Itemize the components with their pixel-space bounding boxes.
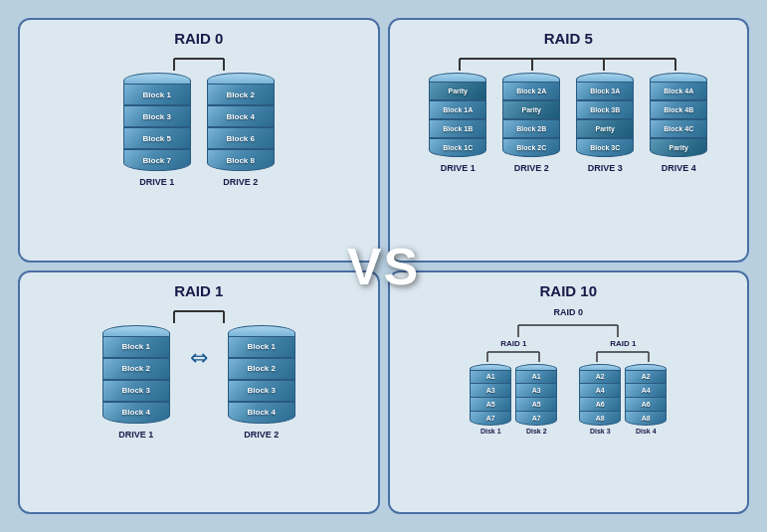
raid5-drive2: Block 2A Parity Block 2B Block 2C DRIVE … [502,73,560,173]
raid0-drive1-label: DRIVE 1 [139,177,174,187]
raid10-disk4-label: Disk 4 [636,428,657,435]
raid5-drive4-label: DRIVE 4 [662,163,696,173]
raid5-d4-b4b: Block 4B [650,100,707,119]
raid5-drive3-cyl: Block 3A Block 3B Parity Block 3C [576,73,634,157]
raid10-d2-b2: A3 [515,384,557,398]
raid5-drive4-cyl: Block 4A Block 4B Block 4C Parity [650,73,707,157]
raid5-drive3-label: DRIVE 3 [588,163,623,173]
raid10-title: RAID 10 [539,282,597,299]
raid5-d4-b4c: Block 4C [650,119,707,138]
raid1-arrows: ⇔ [186,345,212,371]
raid5-drive3: Block 3A Block 3B Parity Block 3C DRIVE … [576,73,634,173]
raid1-d1-b3: Block 3 [102,380,170,402]
raid10-g2-drives: A2 A4 A6 A8 Disk 3 A2 A4 A6 A8 Disk 4 [579,364,667,435]
raid10-d4-b3: A6 [625,398,667,412]
raid10-raid0-connector [469,317,668,339]
raid10-groups-row: RAID 1 A1 A3 A5 A7 Disk 1 [464,339,672,435]
raid10-group2: RAID 1 A2 A4 A6 A8 Disk 3 [573,339,672,435]
raid10-d4-b2: A4 [625,384,667,398]
raid10-g1-connector [464,348,563,364]
raid5-d2-parity: Parity [502,100,560,119]
raid1-drive2: Block 1 Block 2 Block 3 Block 4 DRIVE 2 [228,325,295,440]
raid5-d4-b4a: Block 4A [650,82,707,100]
raid5-d1-b1a: Block 1A [429,100,486,119]
raid5-d3-b3c: Block 3C [576,138,634,157]
raid10-d1-b2: A3 [470,384,511,398]
raid10-d2-b3: A5 [515,398,557,412]
raid5-drive2-label: DRIVE 2 [514,163,549,173]
raid10-d1-b1: A1 [470,370,511,384]
raid1-drive1-cyl: Block 1 Block 2 Block 3 Block 4 [102,325,170,424]
raid0-panel: RAID 0 Block 1 Block 3 Block 5 Block 7 D… [18,18,380,263]
raid10-disk1: A1 A3 A5 A7 Disk 1 [470,364,511,435]
raid10-d1-b3: A5 [470,398,511,412]
vs-label: VS [347,237,420,296]
raid5-d1-b1c: Block 1C [429,138,486,157]
raid1-drive1: Block 1 Block 2 Block 3 Block 4 DRIVE 1 [102,325,170,440]
raid1-d1-b2: Block 2 [102,358,170,380]
raid1-connector [149,307,249,325]
bidirectional-arrows-icon: ⇔ [190,345,208,371]
raid1-d2-b4: Block 4 [228,402,295,424]
raid0-d1-b2: Block 3 [123,105,191,127]
raid5-d4-parity: Parity [650,138,707,157]
main-container: RAID 0 Block 1 Block 3 Block 5 Block 7 D… [10,10,757,522]
raid5-d3-b3a: Block 3A [576,82,634,100]
raid0-d1-b4: Block 7 [123,149,191,171]
raid1-drives-row: Block 1 Block 2 Block 3 Block 4 DRIVE 1 … [102,325,295,440]
raid10-d2-b4: A7 [515,412,557,426]
raid5-drive1-label: DRIVE 1 [441,163,476,173]
raid1-title: RAID 1 [174,282,223,299]
raid0-drives-row: Block 1 Block 3 Block 5 Block 7 DRIVE 1 … [123,73,275,187]
raid5-d1-b1b: Block 1B [429,119,486,138]
raid5-connector [424,55,712,73]
raid10-d3-b1: A2 [579,370,621,384]
raid1-d2-b3: Block 3 [228,380,295,402]
raid0-d2-b3: Block 6 [207,127,275,149]
raid5-drive2-cyl: Block 2A Parity Block 2B Block 2C [502,73,560,157]
raid10-d4-b4: A8 [625,412,667,426]
raid0-drive2: Block 2 Block 4 Block 6 Block 8 DRIVE 2 [207,73,275,187]
raid0-drive2-cylinder: Block 2 Block 4 Block 6 Block 8 [207,73,275,171]
raid0-d2-b1: Block 2 [207,84,275,105]
raid0-d1-b3: Block 5 [123,127,191,149]
raid5-d2-b2c: Block 2C [502,138,560,157]
raid1-d2-b2: Block 2 [228,358,295,380]
raid0-connector [149,55,249,73]
raid5-title: RAID 5 [544,30,593,47]
raid10-d1-b4: A7 [470,412,511,426]
raid1-d2-b1: Block 1 [228,336,295,358]
raid10-d2-b1: A1 [515,370,557,384]
raid5-drive4: Block 4A Block 4B Block 4C Parity DRIVE … [650,73,707,173]
raid10-disk1-label: Disk 1 [480,428,501,435]
raid5-d3-b3b: Block 3B [576,100,634,119]
raid0-drive2-label: DRIVE 2 [223,177,258,187]
raid10-disk2: A1 A3 A5 A7 Disk 2 [515,364,557,435]
raid5-drives-row: Parity Block 1A Block 1B Block 1C DRIVE … [429,73,707,173]
raid10-g2-connector [573,348,672,364]
raid10-disk3-label: Disk 3 [590,428,611,435]
raid5-panel: RAID 5 Parity Block 1A Block 1B Block 1C… [388,18,750,263]
raid5-d1-parity: Parity [429,82,486,100]
raid10-d3-b3: A6 [579,398,621,412]
raid10-group1: RAID 1 A1 A3 A5 A7 Disk 1 [464,339,563,435]
raid10-disk4: A2 A4 A6 A8 Disk 4 [625,364,667,435]
raid0-drive1-cylinder: Block 1 Block 3 Block 5 Block 7 [123,73,191,171]
raid10-d4-b1: A2 [625,370,667,384]
raid1-panel: RAID 1 Block 1 Block 2 Block 3 Block 4 D… [18,270,380,515]
raid5-drive1-cyl: Parity Block 1A Block 1B Block 1C [429,73,486,157]
raid0-drive1: Block 1 Block 3 Block 5 Block 7 DRIVE 1 [123,73,191,187]
raid1-drive2-label: DRIVE 2 [244,430,279,440]
raid0-d1-b1: Block 1 [123,84,191,105]
raid5-drive1: Parity Block 1A Block 1B Block 1C DRIVE … [429,73,486,173]
raid5-d2-b2b: Block 2B [502,119,560,138]
raid5-d2-b2a: Block 2A [502,82,560,100]
raid10-g1-drives: A1 A3 A5 A7 Disk 1 A1 A3 A5 A7 Disk 2 [470,364,557,435]
raid1-drive2-cyl: Block 1 Block 2 Block 3 Block 4 [228,325,295,424]
raid0-d2-b2: Block 4 [207,105,275,127]
raid10-g1-label: RAID 1 [500,339,526,348]
raid1-d1-b4: Block 4 [102,402,170,424]
raid10-raid0-label: RAID 0 [553,307,583,317]
raid0-title: RAID 0 [174,30,223,47]
raid1-d1-b1: Block 1 [102,336,170,358]
